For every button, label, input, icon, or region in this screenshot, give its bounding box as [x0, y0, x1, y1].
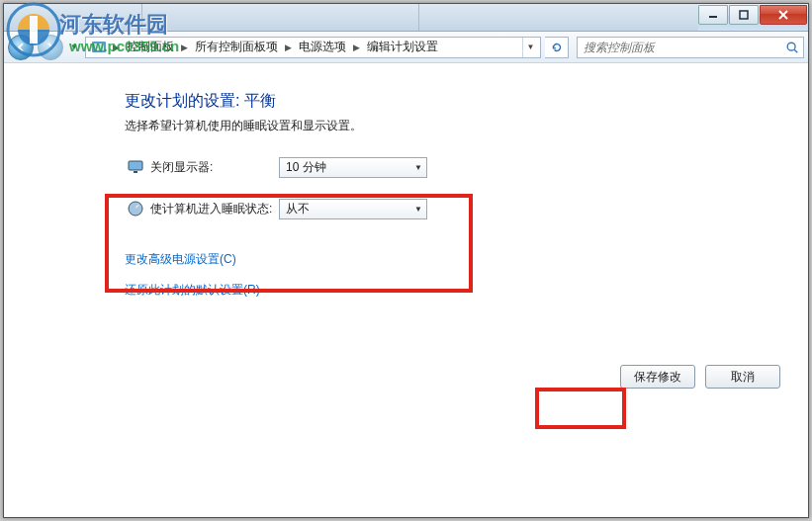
svg-rect-9	[134, 171, 137, 173]
control-panel-icon	[91, 40, 107, 55]
monitor-icon	[127, 158, 144, 176]
breadcrumb-segment[interactable]: 控制面板	[123, 39, 178, 55]
dropdown-value: 10 分钟	[286, 159, 326, 176]
breadcrumb-segment[interactable]: 电源选项	[295, 39, 350, 55]
breadcrumb-dropdown[interactable]: ▼	[522, 38, 538, 57]
navbar: ▼ ▶ 控制面板 ▶ 所有控制面板项 ▶ 电源选项 ▶ 编辑计划设置 ▼	[4, 32, 808, 63]
highlight-box	[535, 388, 626, 429]
setting-row-sleep: 使计算机进入睡眠状态: 从不 ▼	[127, 194, 808, 223]
chevron-right-icon: ▶	[350, 43, 363, 52]
setting-row-display-off: 关闭显示器: 10 分钟 ▼	[127, 152, 808, 182]
titlebar	[4, 4, 808, 32]
chevron-down-icon: ▼	[414, 205, 422, 214]
sleep-timeout-dropdown[interactable]: 从不 ▼	[279, 199, 427, 219]
cancel-button[interactable]: 取消	[705, 365, 780, 389]
refresh-button[interactable]	[545, 37, 569, 58]
title-tab	[4, 4, 142, 31]
svg-point-6	[787, 43, 795, 50]
window-controls	[698, 4, 808, 31]
title-tabs	[4, 4, 698, 31]
restore-defaults-link[interactable]: 还原此计划的默认设置(R)	[125, 282, 808, 299]
breadcrumb-segment[interactable]: 所有控制面板项	[191, 39, 282, 55]
close-button[interactable]	[760, 5, 807, 25]
breadcrumb[interactable]: ▶ 控制面板 ▶ 所有控制面板项 ▶ 电源选项 ▶ 编辑计划设置 ▼	[85, 37, 541, 58]
search-input[interactable]	[578, 41, 781, 54]
minimize-button[interactable]	[698, 5, 728, 25]
setting-label: 使计算机进入睡眠状态:	[150, 201, 279, 217]
control-panel-window: ▼ ▶ 控制面板 ▶ 所有控制面板项 ▶ 电源选项 ▶ 编辑计划设置 ▼	[3, 3, 809, 518]
dropdown-value: 从不	[286, 201, 310, 217]
display-timeout-dropdown[interactable]: 10 分钟 ▼	[279, 157, 427, 178]
search-icon[interactable]	[781, 41, 803, 54]
svg-rect-5	[94, 43, 104, 50]
svg-rect-8	[129, 161, 142, 170]
chevron-right-icon: ▶	[282, 43, 295, 52]
button-row: 保存修改 取消	[620, 365, 780, 389]
title-tab	[419, 4, 698, 31]
links-area: 更改高级电源设置(C) 还原此计划的默认设置(R)	[125, 251, 808, 299]
save-button[interactable]: 保存修改	[620, 365, 695, 389]
svg-rect-1	[740, 11, 748, 19]
title-tab	[142, 4, 419, 31]
page-subtext: 选择希望计算机使用的睡眠设置和显示设置。	[125, 118, 808, 134]
nav-history-dropdown[interactable]: ▼	[67, 37, 81, 58]
breadcrumb-segment[interactable]: 编辑计划设置	[363, 39, 442, 55]
sleep-icon	[127, 200, 144, 217]
chevron-right-icon: ▶	[178, 43, 191, 52]
content-area: 更改计划的设置: 平衡 选择希望计算机使用的睡眠设置和显示设置。 关闭显示器: …	[4, 63, 808, 517]
maximize-button[interactable]	[729, 5, 759, 25]
back-button[interactable]	[8, 35, 34, 60]
chevron-down-icon: ▼	[414, 163, 422, 172]
advanced-power-settings-link[interactable]: 更改高级电源设置(C)	[125, 251, 808, 268]
page-heading: 更改计划的设置: 平衡	[125, 91, 808, 112]
search-box[interactable]	[577, 37, 804, 58]
svg-line-7	[794, 49, 797, 52]
chevron-right-icon: ▶	[110, 43, 123, 52]
forward-button[interactable]	[38, 35, 63, 60]
setting-label: 关闭显示器:	[150, 159, 279, 176]
plan-settings: 关闭显示器: 10 分钟 ▼ 使计算机进入睡眠状态: 从不 ▼	[127, 152, 808, 223]
